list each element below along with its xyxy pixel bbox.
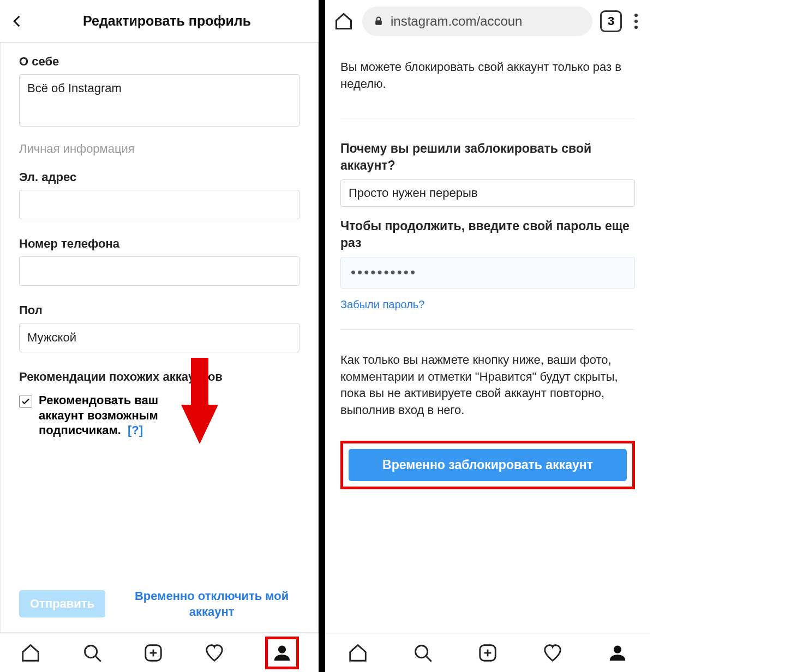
lock-icon bbox=[373, 16, 384, 27]
url-text: instagram.com/accoun bbox=[391, 14, 522, 29]
password-label: Чтобы продолжить, введите свой пароль ещ… bbox=[340, 218, 635, 251]
phone-label: Номер телефона bbox=[19, 237, 299, 251]
right-body: Вы можете блокировать свой аккаунт тольк… bbox=[325, 43, 650, 633]
reason-select[interactable]: Просто нужен перерыв bbox=[340, 179, 635, 207]
submit-button[interactable]: Отправить bbox=[19, 590, 105, 617]
email-label: Эл. адрес bbox=[19, 170, 299, 184]
browser-bar: instagram.com/accoun 3 bbox=[325, 0, 650, 43]
block-frequency-notice: Вы можете блокировать свой аккаунт тольк… bbox=[340, 59, 635, 93]
recommend-text: Рекомендовать ваш аккаунт возможным подп… bbox=[39, 393, 191, 438]
password-mask: •••••••••• bbox=[351, 264, 417, 281]
about-textarea[interactable] bbox=[19, 74, 299, 127]
tabs-count: 3 bbox=[608, 14, 614, 28]
gender-field[interactable] bbox=[19, 323, 299, 352]
disable-account-link[interactable]: Временно отключить мой аккаунт bbox=[124, 588, 299, 620]
svg-line-10 bbox=[426, 656, 432, 662]
browser-home-icon[interactable] bbox=[333, 10, 355, 32]
svg-line-3 bbox=[95, 656, 101, 662]
phone-field[interactable] bbox=[19, 256, 299, 286]
bottom-nav-left bbox=[0, 633, 319, 672]
disable-account-screen: instagram.com/accoun 3 Вы можете блокиро… bbox=[325, 0, 650, 672]
reason-value: Просто нужен перерыв bbox=[349, 186, 477, 200]
edit-profile-screen: Редактировать профиль О себе Личная инфо… bbox=[0, 0, 325, 672]
recommend-row: Рекомендовать ваш аккаунт возможным подп… bbox=[19, 393, 299, 438]
activity-icon[interactable] bbox=[203, 642, 225, 664]
home-icon[interactable] bbox=[20, 642, 41, 664]
about-label: О себе bbox=[19, 55, 299, 69]
browser-menu-icon[interactable] bbox=[630, 10, 643, 32]
svg-point-2 bbox=[85, 645, 97, 657]
left-body: О себе Личная информация Эл. адрес Номер… bbox=[0, 43, 319, 633]
svg-point-7 bbox=[278, 645, 286, 653]
divider bbox=[340, 329, 635, 330]
search-icon[interactable] bbox=[81, 642, 103, 664]
back-icon[interactable] bbox=[10, 14, 25, 29]
svg-rect-8 bbox=[375, 20, 382, 25]
divider bbox=[340, 118, 635, 118]
search-icon[interactable] bbox=[412, 642, 434, 664]
left-header: Редактировать профиль bbox=[0, 0, 319, 43]
profile-icon[interactable] bbox=[265, 637, 299, 669]
profile-icon[interactable] bbox=[607, 642, 628, 664]
activity-icon[interactable] bbox=[542, 642, 564, 664]
email-field[interactable] bbox=[19, 190, 299, 219]
gender-label: Пол bbox=[19, 303, 299, 317]
tabs-badge[interactable]: 3 bbox=[600, 10, 622, 32]
forgot-password-link[interactable]: Забыли пароль? bbox=[340, 298, 635, 311]
svg-point-14 bbox=[614, 645, 621, 653]
recommend-checkbox[interactable] bbox=[19, 395, 32, 408]
bottom-nav-right bbox=[325, 633, 650, 672]
block-account-button[interactable]: Временно заблокировать аккаунт bbox=[349, 449, 627, 481]
help-link[interactable]: [?] bbox=[128, 423, 143, 437]
url-bar[interactable]: instagram.com/accoun bbox=[362, 7, 592, 36]
password-field[interactable]: •••••••••• bbox=[340, 257, 635, 289]
consequence-text: Как только вы нажмете кнопку ниже, ваши … bbox=[340, 352, 635, 419]
similar-accounts-label: Рекомендации похожих аккаунтов bbox=[19, 370, 299, 384]
svg-point-9 bbox=[415, 645, 427, 657]
page-title: Редактировать профиль bbox=[25, 13, 309, 29]
new-post-icon[interactable] bbox=[142, 642, 164, 664]
block-button-highlight: Временно заблокировать аккаунт bbox=[340, 441, 635, 489]
bottom-row: Отправить Временно отключить мой аккаунт bbox=[19, 588, 299, 620]
new-post-icon[interactable] bbox=[477, 642, 499, 664]
home-icon[interactable] bbox=[347, 642, 369, 664]
reason-label: Почему вы решили заблокировать свой акка… bbox=[340, 140, 635, 174]
personal-info-label: Личная информация bbox=[19, 142, 299, 156]
